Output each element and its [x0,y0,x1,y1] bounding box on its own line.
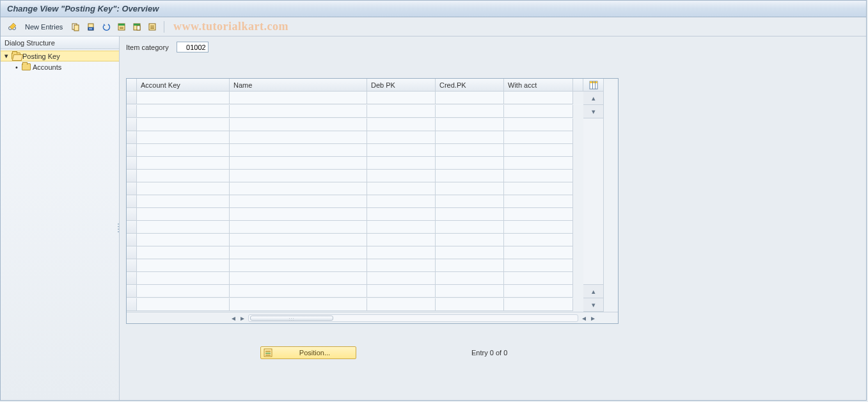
table-cell[interactable] [436,182,504,195]
row-selector[interactable] [127,92,137,104]
table-cell[interactable] [504,272,573,285]
table-cell[interactable] [504,131,573,144]
table-cell[interactable] [230,131,367,144]
row-selector[interactable] [127,234,137,246]
table-cell[interactable] [436,285,504,298]
new-entries-button[interactable]: New Entries [21,20,67,33]
table-cell[interactable] [230,221,367,234]
table-cell[interactable] [137,234,230,246]
table-cell[interactable] [367,234,436,246]
table-cell[interactable] [367,246,436,259]
table-cell[interactable] [367,170,436,182]
row-selector[interactable] [127,105,137,118]
table-cell[interactable] [230,246,367,259]
table-cell[interactable] [436,246,504,259]
position-button[interactable]: Position... [260,346,356,359]
row-selector[interactable] [127,208,137,221]
toggle-display-change-button[interactable] [6,20,19,33]
table-cell[interactable] [137,221,230,234]
scroll-left-icon[interactable]: ▸ [238,314,247,323]
row-selector[interactable] [127,118,137,131]
select-block-button[interactable] [130,20,143,33]
column-header[interactable]: Deb PK [367,79,436,92]
row-selector[interactable] [127,144,137,157]
table-cell[interactable] [137,259,230,272]
table-cell[interactable] [436,105,504,118]
row-selector[interactable] [127,246,137,259]
table-cell[interactable] [367,144,436,157]
row-selector[interactable] [127,195,137,208]
table-cell[interactable] [230,208,367,221]
table-cell[interactable] [367,157,436,170]
table-cell[interactable] [137,144,230,157]
hscroll-track[interactable]: ::: [248,314,578,322]
table-cell[interactable] [367,92,436,104]
table-cell[interactable] [504,234,573,246]
table-cell[interactable] [367,131,436,144]
table-cell[interactable] [367,105,436,118]
table-cell[interactable] [137,157,230,170]
table-cell[interactable] [367,182,436,195]
horizontal-scrollbar[interactable]: ◂ ▸ ::: ◂ ▸ [127,312,618,323]
table-cell[interactable] [367,298,436,311]
table-cell[interactable] [504,285,573,298]
item-category-input[interactable] [177,42,209,52]
table-corner[interactable] [127,79,137,92]
table-cell[interactable] [137,182,230,195]
table-cell[interactable] [230,272,367,285]
table-cell[interactable] [367,221,436,234]
vscroll-up-step[interactable]: ▾ [583,105,604,118]
table-cell[interactable] [504,246,573,259]
row-selector[interactable] [127,131,137,144]
table-cell[interactable] [137,298,230,311]
row-selector[interactable] [127,170,137,182]
table-cell[interactable] [504,195,573,208]
table-cell[interactable] [137,246,230,259]
table-cell[interactable] [504,92,573,104]
table-cell[interactable] [230,170,367,182]
table-cell[interactable] [230,144,367,157]
table-cell[interactable] [436,221,504,234]
vscroll-track[interactable] [583,118,604,285]
table-cell[interactable] [230,234,367,246]
table-cell[interactable] [230,157,367,170]
table-cell[interactable] [137,208,230,221]
table-cell[interactable] [436,118,504,131]
table-cell[interactable] [436,272,504,285]
table-cell[interactable] [230,182,367,195]
table-cell[interactable] [436,131,504,144]
table-cell[interactable] [436,195,504,208]
table-cell[interactable] [137,131,230,144]
configure-columns-button[interactable] [583,79,604,92]
table-cell[interactable] [504,170,573,182]
table-cell[interactable] [504,298,573,311]
table-cell[interactable] [436,157,504,170]
table-cell[interactable] [504,259,573,272]
table-cell[interactable] [230,105,367,118]
scroll-right-icon[interactable]: ◂ [580,314,588,323]
row-selector[interactable] [127,221,137,234]
table-cell[interactable] [137,118,230,131]
row-selector[interactable] [127,298,137,311]
table-cell[interactable] [137,92,230,104]
row-selector[interactable] [127,272,137,285]
table-cell[interactable] [504,182,573,195]
row-selector[interactable] [127,182,137,195]
table-cell[interactable] [230,92,367,104]
table-cell[interactable] [504,157,573,170]
column-header[interactable]: With acct [504,79,573,92]
table-cell[interactable] [367,118,436,131]
table-cell[interactable] [367,259,436,272]
table-cell[interactable] [504,105,573,118]
expand-collapse-icon[interactable]: ▾ [3,52,10,60]
scroll-last-icon[interactable]: ▸ [588,314,597,323]
table-cell[interactable] [230,285,367,298]
table-cell[interactable] [436,208,504,221]
table-cell[interactable] [504,208,573,221]
select-all-button[interactable] [115,20,128,33]
table-cell[interactable] [230,118,367,131]
tree-item-accounts[interactable]: • Accounts [1,61,119,72]
table-cell[interactable] [137,195,230,208]
table-cell[interactable] [436,259,504,272]
table-cell[interactable] [230,195,367,208]
